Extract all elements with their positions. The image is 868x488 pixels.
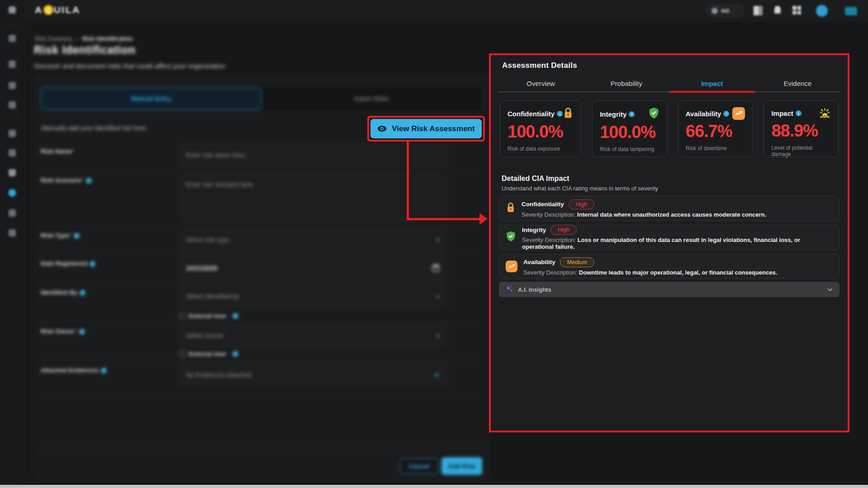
breadcrumb-separator-icon: › [76, 35, 78, 42]
cancel-button[interactable]: Cancel [400, 458, 438, 474]
confidentiality-metric-card: Confidentiality 100.0% Risk of data expo… [500, 100, 581, 157]
row-divider [39, 360, 484, 360]
brand-suffix: UILA [54, 5, 81, 15]
eye-icon [377, 125, 387, 132]
shield-nav-icon[interactable] [9, 169, 16, 176]
metric-name: Availability [686, 110, 721, 118]
assessment-tabs: Overview Probability Impact Evidence [498, 75, 840, 92]
tab-overview[interactable]: Overview [498, 75, 583, 91]
metric-caption: Risk of data tampering [600, 146, 659, 152]
callout-arrow-head [479, 213, 488, 225]
region-selector[interactable]: IND [707, 5, 744, 17]
registry-icon[interactable] [9, 149, 16, 156]
inventory-icon[interactable] [9, 61, 16, 68]
cia-row-name: Confidentiality [522, 201, 564, 208]
metric-value: 100.0% [600, 123, 659, 142]
app-window: A Q UILA IND Risk Inventory › Risk Ident… [0, 0, 868, 488]
organization-icon[interactable] [754, 6, 763, 15]
severity-description-label: Severity Description: [523, 269, 577, 276]
controls-icon[interactable] [9, 209, 16, 217]
apps-grid-icon[interactable] [792, 6, 801, 14]
risk-owner-label: Risk Owner [41, 328, 85, 335]
tab-evidence[interactable]: Evidence [755, 75, 840, 91]
risk-identification-nav-icon[interactable] [9, 189, 16, 197]
info-icon[interactable] [79, 329, 85, 335]
risk-name-input[interactable]: Enter risk name here.. [179, 143, 446, 167]
severity-description-label: Severity Description: [522, 237, 576, 243]
analytics-icon[interactable] [9, 130, 16, 137]
ai-insights-accordion[interactable]: A.I. Insights [499, 282, 840, 297]
risk-type-placeholder: Select risk type.. [186, 236, 232, 243]
checkbox-icon[interactable] [179, 351, 185, 357]
metric-value: 100.0% [508, 122, 574, 142]
owner-external-user-option[interactable]: External User [179, 351, 238, 357]
metric-value: 88.9% [771, 121, 831, 141]
dashboard-icon[interactable] [9, 35, 16, 42]
info-icon[interactable] [796, 110, 802, 116]
reports-icon[interactable] [9, 82, 16, 89]
cia-severity-list: Confidentiality High Severity Descriptio… [499, 196, 840, 283]
risk-scenario-textarea[interactable]: Enter risk scenario here.. [179, 173, 446, 221]
add-evidence-plus-icon[interactable] [434, 370, 439, 380]
region-label: IND [721, 8, 730, 14]
breadcrumb-parent[interactable]: Risk Inventory [35, 35, 72, 42]
identified-by-placeholder: Select identified by [186, 293, 239, 300]
attached-evidences-field[interactable]: No Evidences Attached [179, 362, 446, 388]
tab-manual-entry-label: Manual Entry [131, 95, 171, 102]
cia-row-name: Integrity [522, 227, 546, 233]
severity-badge: High [550, 225, 577, 235]
risk-owner-select[interactable]: Select Owner [179, 324, 446, 347]
info-icon[interactable] [557, 111, 563, 117]
impact-metric-card: Impact 88.9% Level of potential damage [764, 100, 839, 157]
row-divider [39, 398, 484, 398]
settings-icon[interactable] [9, 229, 16, 237]
info-icon[interactable] [101, 368, 107, 374]
identified-by-select[interactable]: Select identified by [179, 284, 446, 308]
breadcrumb: Risk Inventory › Risk Identification [35, 35, 133, 42]
calendar-icon[interactable] [432, 265, 439, 272]
attached-evidences-value: No Evidences Attached [186, 371, 251, 379]
risk-name-label: Risk Name [41, 148, 74, 155]
info-icon[interactable] [232, 313, 238, 319]
required-marker [81, 177, 83, 184]
row-divider [39, 282, 484, 282]
assessment-panel-title: Assessment Details [502, 61, 577, 70]
cia-metric-cards: Confidentiality 100.0% Risk of data expo… [500, 100, 839, 157]
detailed-cia-impact-title: Detailed CIA Impact [502, 175, 569, 183]
risk-type-select[interactable]: Select risk type.. [179, 228, 446, 251]
brand-logo[interactable]: A Q UILA [35, 5, 81, 15]
checkbox-icon[interactable] [179, 313, 185, 319]
view-risk-assessment-highlight: View Risk Assessment [367, 116, 485, 142]
info-icon[interactable] [232, 351, 238, 357]
brand-q-mark: Q [43, 5, 53, 15]
sidebar [0, 0, 25, 488]
tab-import-risks[interactable]: Import Risks [262, 87, 482, 110]
tab-impact[interactable]: Impact [669, 75, 755, 91]
user-avatar[interactable] [816, 5, 828, 17]
tab-manual-entry[interactable]: Manual Entry [41, 87, 262, 110]
risk-scenario-label: Risk Scenario [41, 177, 92, 184]
severity-badge: High [569, 199, 595, 209]
info-icon[interactable] [80, 290, 85, 296]
integrity-metric-card: Integrity 100.0% Risk of data tampering [592, 100, 667, 157]
info-icon[interactable] [86, 178, 92, 184]
identified-external-user-option[interactable]: External User [179, 313, 238, 319]
add-risk-button[interactable]: Add Risk [441, 457, 482, 475]
notifications-bell-icon[interactable] [774, 6, 781, 14]
home-icon[interactable] [9, 6, 16, 14]
info-icon[interactable] [723, 111, 729, 117]
globe-icon [711, 8, 718, 14]
view-risk-assessment-button[interactable]: View Risk Assessment [370, 119, 482, 138]
info-icon[interactable] [90, 261, 95, 267]
info-icon[interactable] [629, 111, 635, 117]
brand-prefix: A [35, 5, 43, 15]
info-icon[interactable] [74, 233, 80, 239]
attached-evidences-label: Attached Evidences [41, 367, 107, 374]
date-registered-input[interactable]: 10/21/2025 [179, 256, 446, 281]
documents-icon[interactable] [9, 101, 16, 109]
tab-probability[interactable]: Probability [583, 75, 669, 91]
row-divider [39, 253, 484, 253]
menu-icon[interactable] [845, 7, 857, 15]
lock-icon [563, 107, 574, 120]
metric-caption: Level of potential damage [771, 145, 831, 157]
